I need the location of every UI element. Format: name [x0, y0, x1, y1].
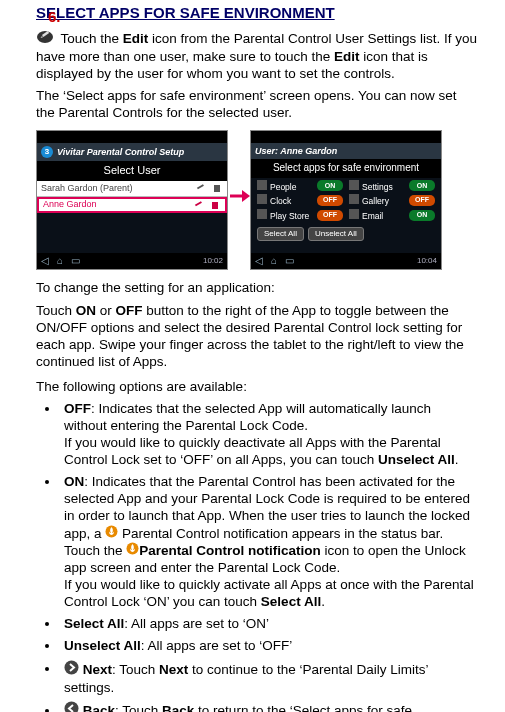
select-all-button[interactable]: Select All: [257, 227, 304, 241]
back-label: Back: [162, 703, 194, 712]
status-bar: [37, 131, 227, 143]
user-row-parent[interactable]: Sarah Gardon (Parent): [37, 181, 227, 197]
nav-bar: ◁ ⌂ ▭ 10:04: [251, 253, 441, 269]
app-label: Clock: [270, 196, 291, 206]
app-row: GalleryOFF: [349, 194, 435, 207]
apps-grid: PeopleON SettingsON ClockOFF GalleryOFF …: [251, 178, 441, 224]
list-item: Select All: All apps are set to ‘ON’: [60, 616, 477, 633]
user-name: Sarah Gardon (Parent): [41, 183, 133, 194]
screenshot-select-user: 3 Vivitar Parental Control Setup Select …: [36, 130, 228, 270]
unselect-all-button[interactable]: Unselect All: [308, 227, 364, 241]
list-item: Back: Touch Back to return to the ‘Selec…: [60, 701, 477, 712]
unselect-all-label: Unselect All: [64, 638, 141, 653]
change-para: Touch ON or OFF button to the right of t…: [36, 303, 477, 371]
flame-icon: [126, 542, 139, 560]
back-icon[interactable]: ◁: [41, 255, 49, 268]
pencil-icon[interactable]: [193, 200, 205, 210]
status-bar: [251, 131, 441, 143]
intro-para-1: Touch the Edit icon from the Parental Co…: [36, 29, 477, 83]
app-label: Play Store: [270, 211, 309, 221]
app-icon: [257, 209, 267, 219]
step-badge: 3: [41, 146, 53, 158]
next-icon: [64, 660, 79, 680]
svg-rect-4: [214, 185, 220, 192]
text: : Touch: [112, 661, 159, 676]
trash-icon[interactable]: [211, 183, 223, 193]
screenshots-row: 3 Vivitar Parental Control Setup Select …: [36, 130, 477, 270]
user-name: Anne Gardon: [43, 199, 97, 210]
svg-rect-5: [195, 201, 202, 206]
text: : All apps are set to ‘OFF’: [141, 638, 293, 653]
back-label: Back: [79, 703, 115, 712]
title-text: Vivitar Parental Control Setup: [57, 147, 184, 158]
app-row: ClockOFF: [257, 194, 343, 207]
select-all-label: Select All: [261, 594, 321, 609]
text: .: [321, 594, 325, 609]
home-icon[interactable]: ⌂: [271, 255, 277, 268]
pencil-icon[interactable]: [195, 183, 207, 193]
toggle-on[interactable]: ON: [409, 210, 435, 221]
subtitle: Select apps for safe environment: [251, 159, 441, 178]
notification-label: Parental Control notification: [139, 543, 321, 558]
toggle-on[interactable]: ON: [317, 180, 343, 191]
back-icon: [64, 701, 79, 712]
off-label: OFF: [64, 401, 91, 416]
list-item: Next: Touch Next to continue to the ‘Par…: [60, 660, 477, 697]
app-label: Gallery: [362, 196, 389, 206]
text: .: [455, 452, 459, 467]
list-item: ON: Indicates that the Parental Control …: [60, 474, 477, 611]
toggle-off[interactable]: OFF: [317, 195, 343, 206]
home-icon[interactable]: ⌂: [57, 255, 63, 268]
app-icon: [349, 180, 359, 190]
change-heading: To change the setting for an application…: [36, 280, 477, 297]
svg-rect-3: [197, 185, 204, 190]
edit-label: Edit: [334, 49, 360, 64]
section-number: 6.: [48, 8, 61, 27]
text: Touch: [36, 303, 76, 318]
pencil-icon: [36, 29, 54, 49]
app-row: SettingsON: [349, 180, 435, 193]
options-list: OFF: Indicates that the selected App wil…: [60, 401, 477, 712]
recents-icon[interactable]: ▭: [285, 255, 294, 268]
app-icon: [349, 194, 359, 204]
off-label: OFF: [116, 303, 143, 318]
list-item: OFF: Indicates that the selected App wil…: [60, 401, 477, 469]
arrow-icon: [230, 186, 250, 206]
svg-marker-8: [242, 190, 250, 202]
toggle-off[interactable]: OFF: [317, 210, 343, 221]
text: : Indicates that the selected App will a…: [64, 401, 431, 433]
app-row: PeopleON: [257, 180, 343, 193]
svg-point-11: [65, 660, 79, 674]
app-icon: [257, 194, 267, 204]
next-label: Next: [79, 661, 112, 676]
intro-para-2: The ‘Select apps for safe environment’ s…: [36, 88, 477, 122]
recents-icon[interactable]: ▭: [71, 255, 80, 268]
screenshot-select-apps: User: Anne Gardon Select apps for safe e…: [250, 130, 442, 270]
on-label: ON: [76, 303, 96, 318]
on-label: ON: [64, 474, 84, 489]
text: or: [96, 303, 116, 318]
flame-icon: [105, 525, 118, 543]
text: : All apps are set to ‘ON’: [124, 616, 269, 631]
clock-time: 10:02: [203, 256, 223, 266]
back-icon[interactable]: ◁: [255, 255, 263, 268]
text: Touch the: [57, 30, 123, 45]
app-label: People: [270, 182, 296, 192]
app-icon: [257, 180, 267, 190]
trash-icon[interactable]: [209, 200, 221, 210]
text: : Touch: [115, 703, 162, 712]
app-row: EmailON: [349, 209, 435, 222]
app-label: Email: [362, 211, 383, 221]
subtitle: Select User: [37, 161, 227, 181]
toggle-on[interactable]: ON: [409, 180, 435, 191]
nav-bar: ◁ ⌂ ▭ 10:02: [37, 253, 227, 269]
toggle-off[interactable]: OFF: [409, 195, 435, 206]
user-bar: User: Anne Gardon: [251, 143, 441, 159]
user-row-selected[interactable]: Anne Gardon: [37, 197, 227, 213]
app-label: Settings: [362, 182, 393, 192]
unselect-all-label: Unselect All: [378, 452, 455, 467]
app-row: Play StoreOFF: [257, 209, 343, 222]
options-heading: The following options are available:: [36, 379, 477, 396]
clock-time: 10:04: [417, 256, 437, 266]
select-all-label: Select All: [64, 616, 124, 631]
